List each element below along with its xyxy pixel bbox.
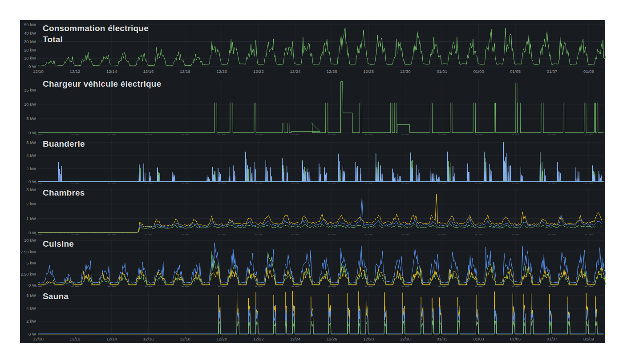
x-axis-label: 12/16: [143, 69, 154, 74]
panel-chambres[interactable]: Chambres 0 W1 kW2 kW3 kW: [20, 185, 605, 236]
x-axis-label: 12/26: [327, 69, 337, 74]
y-axis-label: 5 kW: [26, 260, 36, 265]
series-buanderie-lave-linge-: [38, 143, 603, 182]
sauna-chart[interactable]: 0 W2 kW4 kW6 kW12/1012/1212/1412/1612/18…: [20, 288, 606, 344]
x-axis-label: 01/07: [547, 336, 558, 341]
x-axis-label: 12/22: [253, 336, 264, 341]
y-axis-label: 0 W: [28, 64, 36, 69]
panel-title-chambres[interactable]: Chambres: [43, 187, 85, 198]
x-axis-label: 12/30: [400, 336, 411, 341]
y-axis-label: 4 kW: [26, 306, 36, 311]
panel-chargeur-ve[interactable]: Chargeur véhicule électrique 0 W5 kW10 k…: [20, 76, 605, 136]
kitchen-chart[interactable]: 0 W2.50 kW5 kW7.50 kW10 kW: [20, 236, 606, 288]
y-axis-label: 40 kW: [24, 31, 36, 36]
x-axis-label: 01/05: [510, 336, 521, 341]
x-axis-label: 12/12: [70, 336, 81, 341]
y-axis-label: 3 kW: [26, 187, 36, 192]
x-axis-label: 01/03: [473, 69, 484, 74]
panel-title-line: Consommation électrique: [43, 23, 149, 34]
y-axis-label: 1 kW: [26, 216, 36, 221]
y-axis-label: 10 kW: [24, 102, 36, 107]
x-axis-label: 01/03: [473, 336, 484, 341]
x-axis-label: 01/07: [547, 69, 558, 74]
x-axis-label: 12/24: [290, 69, 300, 74]
x-axis-label: 01/09: [583, 69, 594, 74]
panel-title-line: Cuisine: [43, 238, 74, 249]
x-axis-label: 01/01: [437, 336, 447, 341]
laundry-chart[interactable]: 0 W2 kW4 kW6 kW: [20, 136, 606, 185]
x-axis-label: 12/18: [180, 336, 190, 341]
y-axis-label: 7.50 kW: [20, 249, 36, 254]
series-sauna-phase-3: [38, 320, 603, 334]
panel-title-chargeur[interactable]: Chargeur véhicule électrique: [43, 78, 161, 89]
y-axis-label: 5 kW: [26, 116, 36, 121]
y-axis-label: 2 kW: [26, 319, 36, 324]
y-axis-label: 30 kW: [24, 39, 36, 44]
x-axis-label: 12/22: [253, 69, 264, 74]
y-axis-label: 0 W: [28, 332, 36, 336]
panel-title-total[interactable]: Consommation électrique Total: [43, 23, 149, 45]
y-axis-label: 20 kW: [24, 48, 36, 52]
x-axis-label: 12/28: [363, 336, 374, 341]
x-axis-label: 12/14: [106, 336, 117, 341]
panel-title-line: Sauna: [43, 291, 69, 302]
x-axis-label: 12/26: [327, 336, 337, 341]
y-axis-label: 10 kW: [24, 238, 36, 243]
x-axis-label: 12/24: [290, 336, 300, 341]
panel-consommation-totale[interactable]: Consommation électrique Total 0 W10 kW20…: [20, 20, 605, 76]
panel-title-cuisine[interactable]: Cuisine: [43, 238, 74, 249]
panel-title-buanderie[interactable]: Buanderie: [43, 138, 85, 149]
x-axis-label: 12/14: [106, 69, 117, 74]
series-sauna-phase-1: [38, 291, 603, 334]
panel-title-sauna[interactable]: Sauna: [43, 291, 69, 302]
x-axis-label: 12/20: [216, 336, 227, 341]
y-axis-label: 6 kW: [26, 140, 36, 145]
y-axis-label: 2 kW: [26, 201, 36, 206]
y-axis-label: 2 kW: [26, 166, 36, 171]
y-axis-label: 15 kW: [24, 88, 36, 92]
bedrooms-chart[interactable]: 0 W1 kW2 kW3 kW: [20, 185, 606, 236]
panel-cuisine[interactable]: Cuisine 0 W2.50 kW5 kW7.50 kW10 kW: [20, 236, 605, 288]
x-axis-label: 12/18: [180, 69, 190, 74]
y-axis-label: 50 kW: [24, 22, 36, 27]
x-axis-label: 12/10: [33, 336, 44, 341]
panel-title-line: Chargeur véhicule électrique: [43, 78, 161, 89]
panel-buanderie[interactable]: Buanderie 0 W2 kW4 kW6 kW: [20, 136, 605, 185]
series-chambre-3: [38, 224, 602, 232]
y-axis-label: 6 kW: [26, 293, 36, 298]
x-axis-label: 12/16: [143, 336, 154, 341]
panel-title-line: Buanderie: [43, 138, 85, 149]
x-axis-label: 12/12: [70, 69, 81, 74]
y-axis-label: 10 kW: [24, 56, 36, 60]
x-axis-label: 12/10: [33, 69, 44, 74]
x-axis-label: 01/09: [583, 336, 594, 341]
x-axis-label: 12/20: [216, 69, 227, 74]
panel-sauna[interactable]: Sauna 0 W2 kW4 kW6 kW12/1012/1212/1412/1…: [20, 288, 605, 344]
x-axis-label: 01/05: [510, 69, 521, 74]
y-axis-label: 4 kW: [26, 153, 36, 158]
x-axis-label: 12/28: [363, 69, 374, 74]
panel-title-line: Total: [43, 34, 149, 45]
dashboard: Consommation électrique Total 0 W10 kW20…: [20, 20, 605, 343]
x-axis-label: 12/30: [400, 69, 411, 74]
panel-title-line: Chambres: [43, 187, 85, 198]
y-axis-label: 2.50 kW: [20, 272, 36, 276]
x-axis-label: 01/01: [437, 69, 447, 74]
